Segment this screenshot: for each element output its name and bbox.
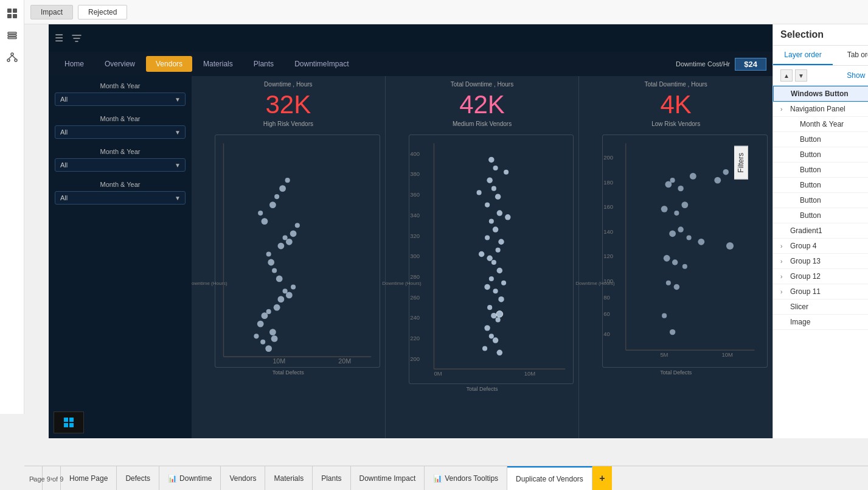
report-canvas: ☰ Home Overview Vendors Materials Plants… [49, 24, 773, 438]
panel-title: Selection [780, 29, 824, 40]
svg-text:360: 360 [410, 191, 420, 198]
layer-item-13[interactable]: ›Group 11👁··· [773, 284, 868, 299]
layer-expand-icon-12[interactable]: › [780, 273, 788, 280]
chart-subtitle-3: Low Risk Vendors [584, 121, 768, 127]
arrow-down-btn[interactable]: ▼ [795, 69, 807, 82]
filter-group-1: Month & Year All ▼ [55, 82, 186, 106]
nav-tab-materials[interactable]: Materials [193, 56, 243, 72]
layer-expand-icon-1[interactable]: › [780, 106, 788, 113]
layer-expand-icon-13[interactable]: › [780, 289, 788, 295]
page-tab-3[interactable]: Vendors [221, 466, 265, 490]
svg-point-84 [476, 190, 481, 195]
cost-value: $24 [735, 58, 766, 71]
filter-select-2[interactable]: All [55, 125, 186, 139]
layer-item-10[interactable]: ›Group 4👁··· [773, 239, 868, 254]
svg-point-24 [268, 259, 274, 266]
scatter-wrapper-1: Downtime (Hours) [196, 132, 380, 433]
chart-number-2: 42K [391, 90, 574, 119]
page-tab-2[interactable]: 📊Downtime [159, 466, 221, 490]
svg-text:200: 200 [604, 154, 614, 161]
svg-point-83 [505, 214, 510, 220]
page-tab-4[interactable]: Materials [265, 466, 313, 490]
hamburger-icon[interactable]: ☰ [55, 32, 63, 44]
layer-item-7[interactable]: Button👁··· [773, 193, 868, 208]
layer-item-15[interactable]: Image👁··· [773, 315, 868, 330]
nav-tab-home[interactable]: Home [55, 56, 94, 72]
svg-point-21 [291, 284, 296, 289]
icon-report[interactable] [4, 5, 21, 22]
show-label[interactable]: Show [847, 71, 865, 80]
svg-text:180: 180 [604, 179, 614, 186]
svg-point-12 [262, 312, 268, 319]
svg-point-57 [487, 177, 492, 183]
svg-line-11 [12, 55, 16, 59]
layer-name-10: Group 4 [790, 242, 868, 250]
nav-tab-vendors[interactable]: Vendors [146, 56, 192, 72]
icon-data[interactable] [4, 27, 21, 44]
page-tab-5[interactable]: Plants [313, 466, 350, 490]
layer-item-11[interactable]: ›Group 13👁··· [773, 254, 868, 269]
page-tab-0[interactable]: Home Page [61, 466, 117, 490]
layer-item-4[interactable]: Button👁··· [773, 147, 868, 163]
windows-button[interactable] [54, 411, 84, 433]
nav-tab-plants[interactable]: Plants [244, 56, 283, 72]
layer-item-0[interactable]: Windows Button👁··· [773, 86, 868, 102]
svg-point-114 [672, 259, 678, 265]
page-tab-1[interactable]: Defects [117, 466, 159, 490]
layer-item-12[interactable]: ›Group 12👁··· [773, 269, 868, 284]
layer-item-1[interactable]: ›Navigation Panel👁··· [773, 102, 868, 117]
canvas-top-strip: ☰ [49, 24, 773, 52]
svg-point-34 [274, 194, 279, 199]
svg-point-113 [664, 255, 670, 262]
svg-point-86 [501, 281, 506, 285]
filters-tab[interactable]: Filters [734, 146, 748, 180]
nav-tab-overview[interactable]: Overview [95, 56, 145, 72]
tab-tab-order[interactable]: Tab order [833, 46, 868, 65]
layer-item-6[interactable]: Button👁··· [773, 178, 868, 193]
layer-item-8[interactable]: Button👁··· [773, 208, 868, 223]
layer-item-5[interactable]: Button👁··· [773, 163, 868, 178]
svg-point-82 [504, 170, 509, 175]
page-tab-6[interactable]: Downtime Impact [351, 466, 425, 490]
icon-model[interactable] [4, 49, 21, 66]
layer-item-14[interactable]: Slicer👁··· [773, 299, 868, 315]
svg-point-60 [485, 203, 490, 208]
svg-point-38 [260, 340, 265, 345]
layer-item-3[interactable]: Button👁··· [773, 132, 868, 147]
svg-point-75 [491, 313, 496, 318]
page-tab-7[interactable]: 📊Vendors Tooltips [425, 466, 507, 490]
rejected-button[interactable]: Rejected [78, 5, 127, 19]
svg-text:400: 400 [410, 150, 420, 157]
svg-point-101 [665, 181, 672, 188]
chart-header-1: Downtime , Hours [196, 81, 380, 88]
page-tab-label-3: Vendors [229, 474, 256, 483]
filter-select-3[interactable]: All [55, 158, 186, 172]
layer-expand-icon-11[interactable]: › [780, 258, 788, 265]
arrow-up-btn[interactable]: ▲ [780, 69, 793, 82]
svg-text:80: 80 [604, 294, 610, 301]
svg-point-66 [495, 248, 500, 253]
page-tab-8[interactable]: Duplicate of Vendors [507, 466, 592, 490]
add-page-btn[interactable]: + [592, 466, 612, 490]
filter-icon[interactable] [69, 31, 84, 46]
layer-item-2[interactable]: Month & Year👁··· [773, 117, 868, 132]
page-tab-label-8: Duplicate of Vendors [516, 475, 583, 483]
scatter-plot-1: 10M 20M [215, 135, 380, 368]
page-tab-label-5: Plants [321, 474, 341, 483]
svg-point-104 [690, 173, 696, 180]
impact-button[interactable]: Impact [30, 5, 73, 19]
svg-text:320: 320 [410, 233, 420, 239]
filter-select-4[interactable]: All [55, 191, 186, 205]
svg-point-109 [682, 201, 689, 208]
svg-rect-5 [8, 35, 16, 37]
layer-item-9[interactable]: Gradient1👁··· [773, 223, 868, 239]
svg-point-67 [487, 256, 492, 261]
filter-select-1[interactable]: All [55, 93, 186, 106]
tab-layer-order[interactable]: Layer order [773, 46, 833, 65]
svg-point-111 [678, 226, 684, 232]
scatter-plot-2: 400 380 360 340 320 300 280 260 240 220 … [409, 135, 574, 384]
layer-list: Windows Button👁···›Navigation Panel👁···M… [773, 86, 868, 438]
chart-subtitle-1: High Risk Vendors [196, 121, 380, 127]
nav-tab-downtime[interactable]: DowntimeImpact [285, 56, 358, 72]
layer-expand-icon-10[interactable]: › [780, 243, 788, 250]
